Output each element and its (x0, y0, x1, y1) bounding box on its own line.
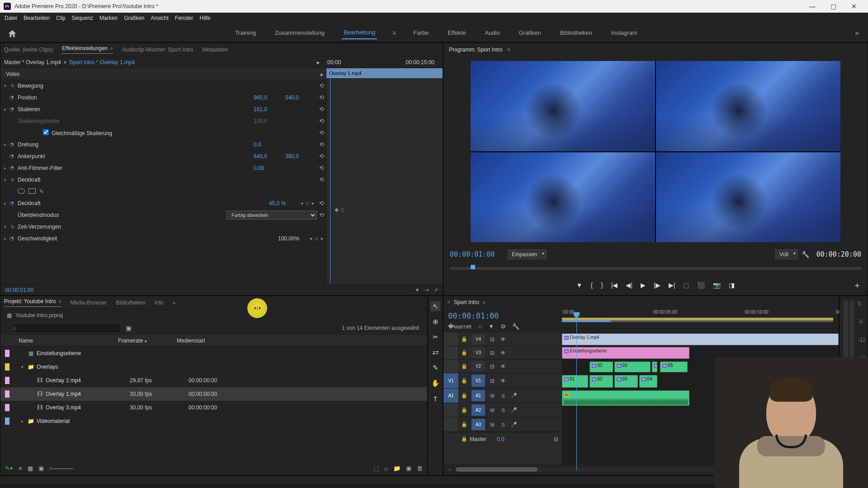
timeline-clip[interactable]: fx02 (590, 375, 613, 388)
fx-badge[interactable]: fx (662, 364, 667, 368)
reset-icon[interactable]: ⟲ (317, 141, 326, 148)
toggle-track-output-icon[interactable]: 👁 (498, 378, 509, 384)
tab-metadata[interactable]: Metadaten (202, 47, 228, 53)
selection-tool[interactable]: ↖ (430, 301, 440, 311)
color-label[interactable] (5, 363, 9, 371)
settings-wrench-icon[interactable]: 🔧 (802, 251, 809, 258)
fx-badge[interactable]: fx (9, 178, 16, 182)
tab-project[interactable]: Projekt: Youtube Intro≡ (4, 298, 61, 307)
freeform-view-icon[interactable]: ▣ (38, 465, 44, 472)
speed-value[interactable]: 100,00% (278, 235, 310, 242)
menu-marken[interactable]: Marken (99, 15, 118, 21)
add-marker-icon[interactable]: ▼ (576, 282, 583, 289)
twirl-icon[interactable]: ▸ (4, 142, 9, 147)
source-patch[interactable] (443, 333, 459, 346)
prev-keyframe-icon[interactable]: ◂ (310, 236, 312, 241)
opacity-value[interactable]: 45,0 % (269, 200, 301, 206)
fx-badge[interactable]: fx (9, 84, 16, 88)
filmstrip-icon[interactable]: ▣ (126, 324, 132, 332)
rotation-value[interactable]: 0,0 (254, 141, 285, 148)
in-out-bar[interactable] (562, 320, 833, 322)
mask-rect-icon[interactable] (28, 188, 36, 194)
antiflicker-value[interactable]: 0,00 (254, 165, 285, 171)
step-back-icon[interactable]: ◀| (626, 282, 632, 289)
twirl-icon[interactable]: ▾ (4, 178, 9, 182)
pen-tool[interactable]: ✎ (430, 363, 440, 373)
list-view-icon[interactable]: ≡ (19, 465, 22, 472)
menu-sequenz[interactable]: Sequenz (72, 15, 93, 21)
mute-button[interactable]: M (487, 408, 498, 413)
track-target[interactable]: V3 (472, 347, 485, 358)
lock-icon[interactable]: 🔒 (459, 336, 470, 342)
mute-button[interactable]: M (487, 422, 498, 427)
ec-loop-icon[interactable]: ↗ (434, 287, 438, 293)
col-framerate[interactable]: Framerate▴ (118, 338, 177, 344)
find-icon[interactable]: ⌕ (384, 465, 388, 472)
reset-icon[interactable]: ⟲ (317, 129, 326, 136)
fx-badge[interactable]: fx (9, 225, 16, 229)
mark-out-icon[interactable]: } (601, 282, 603, 289)
workspace-bearbeitung[interactable]: Bearbeitung (342, 26, 377, 39)
program-timecode[interactable]: 00:00:01:00 (450, 250, 504, 258)
reset-icon[interactable]: ⟲ (317, 211, 326, 218)
stopwatch-icon[interactable]: ◔ (9, 141, 16, 147)
track-target[interactable]: V2 (472, 361, 485, 371)
fx-badge[interactable]: fx (592, 364, 596, 368)
source-patch[interactable]: V1 (443, 373, 459, 388)
chevron-down-icon[interactable]: ▾ (64, 59, 66, 66)
slip-tool[interactable]: ⮂ (430, 347, 440, 357)
twirl-icon[interactable]: ▾ (4, 225, 9, 229)
twirl-icon[interactable]: ▸ (4, 236, 9, 241)
timeline-timecode[interactable]: 00:00:01:00 (448, 311, 557, 320)
solo-button[interactable]: S (498, 393, 509, 399)
timeline-clip[interactable]: fx (652, 361, 657, 372)
reset-icon[interactable]: ⟲ (317, 164, 326, 171)
twirl-icon[interactable]: ▸ (4, 166, 9, 170)
col-name[interactable]: Name (19, 338, 118, 344)
stopwatch-icon[interactable]: ◔ (9, 165, 16, 171)
play-icon[interactable]: ▶ (641, 282, 646, 289)
prev-keyframe-icon[interactable]: ◂ (301, 201, 303, 206)
twirl-icon[interactable]: ▾ (21, 365, 27, 369)
pencil-icon[interactable]: ✎▾ (5, 465, 13, 472)
project-item[interactable]: 🎞 Overlay 3.mp4 30,00 fps 00:00:00:00 (0, 401, 427, 414)
ec-sequence-clip[interactable]: Sport Intro * Overlay 1.mp4 (69, 59, 135, 66)
lock-icon[interactable]: 🔒 (459, 350, 470, 356)
mark-in-icon[interactable]: { (590, 282, 593, 289)
solo-button[interactable]: S (498, 408, 509, 413)
position-x[interactable]: 960,0 (254, 94, 285, 101)
blend-mode-select[interactable]: Farbig abwedeln (226, 211, 317, 220)
lock-icon[interactable]: 🔒 (459, 436, 470, 442)
fx-badge[interactable]: fx (564, 393, 569, 397)
timeline-clip[interactable]: fx05 (660, 361, 688, 372)
twirl-icon[interactable]: ▸ (21, 419, 27, 423)
panel-menu-icon[interactable]: ≡ (507, 47, 510, 53)
ec-playhead[interactable] (330, 68, 330, 284)
project-item[interactable]: 🎞 Overlay 1.mp4 30,00 fps 00:00:00:00 (0, 387, 427, 401)
workspace-farbe[interactable]: Farbe (411, 27, 430, 39)
source-patch[interactable] (443, 360, 459, 373)
settings-icon-tl[interactable]: ⚙ (500, 323, 506, 330)
lock-icon[interactable]: 🔒 (459, 363, 470, 369)
toggle-track-output-icon[interactable]: 👁 (498, 336, 509, 343)
workspace-overflow-icon[interactable]: » (855, 29, 868, 37)
fx-badge[interactable]: fx (617, 377, 621, 381)
menu-clip[interactable]: Clip (56, 15, 66, 21)
fx-badge[interactable]: fx (564, 336, 569, 340)
ec-play-icon[interactable]: ▸ (317, 59, 320, 66)
lift-icon[interactable]: ⬚ (683, 282, 689, 289)
sequence-name[interactable]: Sport Intro (454, 299, 479, 305)
new-item-icon[interactable]: ▣ (406, 465, 411, 472)
trash-icon[interactable]: 🗑 (417, 465, 423, 472)
track-target[interactable]: V4 (472, 334, 485, 344)
timeline-clip[interactable]: fx03 (614, 361, 651, 372)
tab-info[interactable]: Info (155, 300, 164, 306)
fx-opacity[interactable]: Deckkraft (16, 177, 317, 183)
color-label[interactable] (5, 390, 9, 398)
twirl-icon[interactable]: ▸ (4, 107, 9, 112)
tab-libraries[interactable]: Bibliotheken (116, 300, 145, 306)
tab-audio-mixer[interactable]: Audioclip-Mischer: Sport Intro (122, 47, 193, 53)
fx-badge[interactable]: fx (617, 364, 621, 368)
keyframe-diamond-icon[interactable]: ◆ (335, 206, 339, 213)
anchor-x[interactable]: 640,0 (254, 153, 285, 160)
